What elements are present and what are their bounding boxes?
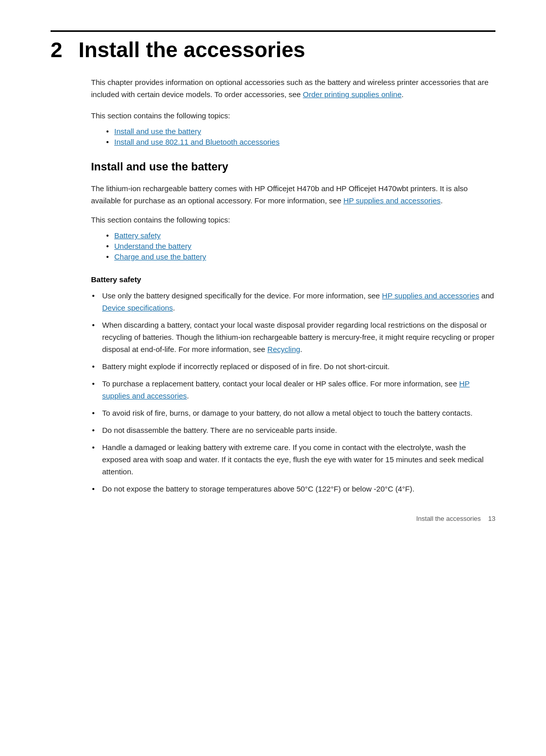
hp-supplies-link-1[interactable]: HP supplies and accessories <box>343 196 440 205</box>
chapter-header: 2Install the accessories <box>51 30 495 62</box>
toc-item-wireless: Install and use 802.11 and Bluetooth acc… <box>106 138 495 146</box>
toc-list: Install and use the battery Install and … <box>106 127 495 146</box>
subtopic-battery-safety: Battery safety <box>106 231 495 240</box>
bullet-item-1: Use only the battery designed specifical… <box>91 290 495 314</box>
bullet-item-8: Do not expose the battery to storage tem… <box>91 483 495 495</box>
battery-topics-label: This section contains the following topi… <box>91 214 495 226</box>
battery-safety-list: Use only the battery designed specifical… <box>91 290 495 495</box>
bullet-item-6: Do not disassemble the battery. There ar… <box>91 424 495 436</box>
device-specs-link[interactable]: Device specifications <box>102 303 173 312</box>
bullet-item-4: To purchase a replacement battery, conta… <box>91 378 495 402</box>
bullet-4-text-before: To purchase a replacement battery, conta… <box>102 379 459 388</box>
subtopic-charge-battery: Charge and use the battery <box>106 252 495 261</box>
footer-section-label: Install the accessories 13 <box>416 515 495 522</box>
bullet-5-text: To avoid risk of fire, burns, or damage … <box>102 409 473 417</box>
bullet-3-text: Battery might explode if incorrectly rep… <box>102 362 390 371</box>
battery-section-heading: Install and use the battery <box>91 160 495 173</box>
bullet-item-5: To avoid risk of fire, burns, or damage … <box>91 407 495 419</box>
page-footer: Install the accessories 13 <box>0 515 546 522</box>
bullet-2-text-after: . <box>300 345 302 353</box>
battery-subtopics-list: Battery safety Understand the battery Ch… <box>106 231 495 261</box>
bullet-1-text-before: Use only the battery designed specifical… <box>102 291 382 300</box>
intro-text-end: . <box>401 90 403 99</box>
bullet-4-text-after: . <box>187 391 189 400</box>
battery-intro-paragraph: The lithium-ion rechargeable battery com… <box>91 183 495 207</box>
intro-topics-label: This section contains the following topi… <box>91 110 495 122</box>
bullet-6-text: Do not disassemble the battery. There ar… <box>102 426 337 434</box>
page-content: 2Install the accessories This chapter pr… <box>0 0 546 543</box>
bullet-1-text-mid: and <box>479 291 494 300</box>
bullet-item-2: When discarding a battery, contact your … <box>91 319 495 355</box>
intro-paragraph: This chapter provides information on opt… <box>91 76 495 101</box>
chapter-title-text: Install the accessories <box>78 38 305 62</box>
hp-supplies-link-2[interactable]: HP supplies and accessories <box>382 291 479 300</box>
recycling-link[interactable]: Recycling <box>267 345 300 353</box>
bullet-7-text: Handle a damaged or leaking battery with… <box>102 443 484 476</box>
toc-link-battery[interactable]: Install and use the battery <box>114 127 201 136</box>
bullet-item-7: Handle a damaged or leaking battery with… <box>91 441 495 478</box>
order-supplies-link[interactable]: Order printing supplies online <box>303 90 401 99</box>
toc-link-wireless[interactable]: Install and use 802.11 and Bluetooth acc… <box>114 138 280 146</box>
link-charge-battery[interactable]: Charge and use the battery <box>114 252 206 261</box>
chapter-number: 2 <box>51 38 62 62</box>
battery-safety-heading: Battery safety <box>91 275 495 284</box>
bullet-1-text-after: . <box>173 303 175 312</box>
subtopic-understand-battery: Understand the battery <box>106 242 495 250</box>
link-battery-safety[interactable]: Battery safety <box>114 231 161 240</box>
bullet-8-text: Do not expose the battery to storage tem… <box>102 484 415 493</box>
toc-item-battery: Install and use the battery <box>106 127 495 136</box>
intro-text-before: This chapter provides information on opt… <box>91 78 488 99</box>
link-understand-battery[interactable]: Understand the battery <box>114 242 192 250</box>
footer-chapter-label: Install the accessories <box>416 515 481 522</box>
bullet-item-3: Battery might explode if incorrectly rep… <box>91 361 495 373</box>
chapter-title: 2Install the accessories <box>51 38 495 62</box>
battery-intro-text-end: . <box>440 196 442 205</box>
footer-page-number: 13 <box>488 515 495 522</box>
